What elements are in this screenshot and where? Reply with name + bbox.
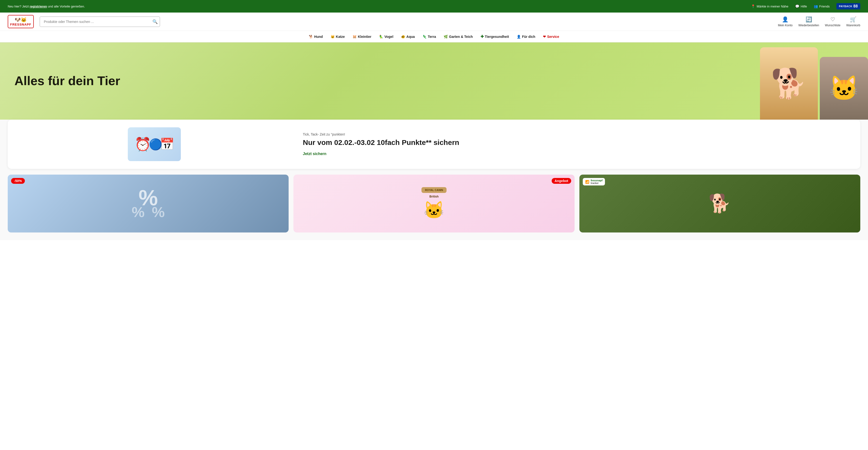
health-icon: ✚ xyxy=(480,34,484,39)
service-heart-icon: ❤ xyxy=(543,35,546,38)
cart-icon: 🛒 xyxy=(850,17,857,23)
payback-brand-label: PAYBACK xyxy=(839,5,852,8)
garden-icon: 🌿 xyxy=(444,35,448,38)
heart-icon: ♡ xyxy=(830,17,835,23)
product-cards: -50% % %% Angebot ROYAL CANIN British 🐱 xyxy=(8,175,860,233)
nav-item-terra[interactable]: 🦎 Terra xyxy=(418,31,440,42)
help-icon: 💬 xyxy=(795,4,799,8)
nav-label-kleintier: Kleintier xyxy=(358,35,371,38)
small-animal-icon: 🐹 xyxy=(352,35,356,38)
payback-cta-link[interactable]: Jetzt sichern xyxy=(303,152,327,156)
payback-number: 88 xyxy=(853,4,858,8)
markets-label: Märkte in meiner Nähe xyxy=(756,5,788,8)
payback-headline: Nur vom 02.02.-03.02 10fach Punkte** sic… xyxy=(303,138,850,147)
friends-icon: 👥 xyxy=(814,4,818,8)
nav-item-hund[interactable]: 🐕 Hund xyxy=(305,31,327,42)
payback-promo-visual: ⏰ 🔵 📅 xyxy=(18,127,291,161)
main-nav: 🐕 Hund 🐱 Katze 🐹 Kleintier 🦜 Vogel 🐠 Aqu… xyxy=(0,31,868,42)
markets-link[interactable]: 📍 Märkte in meiner Nähe xyxy=(751,4,788,8)
promo-text-after: und alle Vorteile genießen. xyxy=(47,5,85,8)
cart-action[interactable]: 🛒 Warenkorb xyxy=(846,17,860,27)
nav-item-kleintier[interactable]: 🐹 Kleintier xyxy=(349,31,375,42)
nav-item-fuerdich[interactable]: 👤 Für dich xyxy=(513,31,539,42)
hero-cat: 🐱 xyxy=(820,57,868,120)
header-actions: 👤 Mein Konto 🔄 Wiederbestellen ♡ Wunschl… xyxy=(778,17,860,27)
help-label: Hilfe xyxy=(801,5,807,8)
angebot-card[interactable]: Angebot ROYAL CANIN British 🐱 xyxy=(293,175,574,233)
dog-icon: 🐕 xyxy=(309,35,313,38)
hero-dog: 🐕 xyxy=(760,47,818,120)
reorder-action[interactable]: 🔄 Wiederbestellen xyxy=(798,17,819,27)
account-label: Mein Konto xyxy=(778,24,793,27)
nav-label-tiergesundheit: Tiergesundheit xyxy=(485,35,509,38)
friends-link[interactable]: 👥 Friends xyxy=(814,4,830,8)
reorder-label: Wiederbestellen xyxy=(798,24,819,27)
winter-card-content: % %% xyxy=(8,175,289,233)
user-icon: 👤 xyxy=(782,17,788,23)
hero-text: Alles für dein Tier xyxy=(0,64,134,97)
person-icon: 👤 xyxy=(517,35,521,38)
nav-label-aqua: Aqua xyxy=(406,35,415,38)
register-link[interactable]: registrieren xyxy=(30,5,47,8)
angebot-visual: ROYAL CANIN British 🐱 xyxy=(422,187,446,220)
hero-section: Alles für dein Tier 🐕 🐱 xyxy=(0,42,868,120)
logo[interactable]: 🐶🐱 FRESSNAPF xyxy=(8,15,34,28)
map-pin-icon: 📍 xyxy=(751,4,755,8)
nav-item-tiergesundheit[interactable]: ✚ Tiergesundheit xyxy=(477,31,513,42)
winter-sale-badge: -50% xyxy=(11,178,25,184)
nav-label-garten: Garten & Teich xyxy=(449,35,473,38)
logo-inner: 🐶🐱 FRESSNAPF xyxy=(10,17,31,26)
winter-visual: % %% xyxy=(132,187,165,220)
promo-section: ⏰ 🔵 📅 Tick, Tack- Zeit zu °punkten! Nur … xyxy=(0,120,868,240)
nav-item-garten[interactable]: 🌿 Garten & Teich xyxy=(440,31,477,42)
wifi-icon: 📶 xyxy=(585,180,589,184)
nav-label-terra: Terra xyxy=(428,35,436,38)
payback-visual-container: ⏰ 🔵 📅 xyxy=(128,127,181,161)
cart-label: Warenkorb xyxy=(846,24,860,27)
nav-item-vogel[interactable]: 🦜 Vogel xyxy=(375,31,397,42)
payback-promo-card: ⏰ 🔵 📅 Tick, Tack- Zeit zu °punkten! Nur … xyxy=(8,120,860,169)
logo-pets-emoji: 🐶🐱 xyxy=(15,17,27,23)
angebot-badge: Angebot xyxy=(552,178,571,184)
top-bar-actions: 📍 Märkte in meiner Nähe 💬 Hilfe 👥 Friend… xyxy=(751,3,860,9)
hero-animals: 🐕 🐱 xyxy=(752,42,868,120)
tracker-card[interactable]: 📶 fressnapf tracker 🐕 xyxy=(579,175,860,233)
nav-item-aqua[interactable]: 🐠 Aqua xyxy=(397,31,418,42)
winter-sale-card[interactable]: -50% % %% xyxy=(8,175,289,233)
nav-label-service: Service xyxy=(547,35,559,38)
promo-message: Neu hier? Jetzt registrieren und alle Vo… xyxy=(8,5,85,8)
angebot-card-content: ROYAL CANIN British 🐱 xyxy=(293,175,574,233)
header: 🐶🐱 FRESSNAPF 🔍 👤 Mein Konto 🔄 Wiederbest… xyxy=(0,12,868,31)
cat-icon: 🐱 xyxy=(331,35,335,38)
top-bar: Neu hier? Jetzt registrieren und alle Vo… xyxy=(0,0,868,12)
account-action[interactable]: 👤 Mein Konto xyxy=(778,17,793,27)
search-input[interactable] xyxy=(39,17,160,27)
wishlist-label: Wunschliste xyxy=(825,24,840,27)
tracker-brand-text: fressnapf tracker xyxy=(591,179,603,184)
payback-calendar-emoji: 📅 xyxy=(160,138,174,151)
nav-label-vogel: Vogel xyxy=(384,35,393,38)
british-label: British xyxy=(429,195,439,198)
tracker-card-content: 🐕 xyxy=(579,175,860,233)
promo-text-before: Neu hier? Jetzt xyxy=(8,5,30,8)
search-icon: 🔍 xyxy=(152,19,158,24)
payback-badge[interactable]: PAYBACK 88 xyxy=(836,3,860,9)
fish-icon: 🐠 xyxy=(401,35,405,38)
hero-headline: Alles für dein Tier xyxy=(14,74,120,88)
tracker-dog-emoji: 🐕 xyxy=(708,193,731,214)
nav-label-fuerdich: Für dich xyxy=(522,35,535,38)
payback-promo-text: Tick, Tack- Zeit zu °punkten! Nur vom 02… xyxy=(291,132,850,156)
search-button[interactable]: 🔍 xyxy=(152,19,158,24)
tracker-badge: 📶 fressnapf tracker xyxy=(583,178,605,185)
nav-item-katze[interactable]: 🐱 Katze xyxy=(327,31,349,42)
reptile-icon: 🦎 xyxy=(423,35,427,38)
nav-item-service[interactable]: ❤ Service xyxy=(539,31,563,42)
payback-sub-text: Tick, Tack- Zeit zu °punkten! xyxy=(303,132,850,136)
help-link[interactable]: 💬 Hilfe xyxy=(795,4,807,8)
friends-label: Friends xyxy=(819,5,830,8)
royal-canin-badge: ROYAL CANIN xyxy=(422,187,446,193)
bird-icon: 🦜 xyxy=(379,35,383,38)
nav-label-hund: Hund xyxy=(314,35,323,38)
reorder-icon: 🔄 xyxy=(806,17,812,23)
wishlist-action[interactable]: ♡ Wunschliste xyxy=(825,17,840,27)
